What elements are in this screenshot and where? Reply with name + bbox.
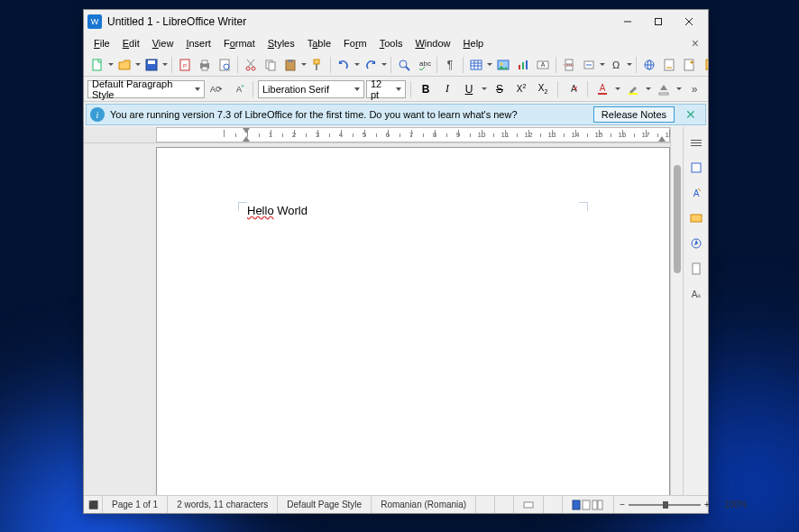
insert-field-dropdown[interactable] <box>599 55 606 75</box>
paragraph-style-combo[interactable]: Default Paragraph Style <box>87 80 205 98</box>
save-button[interactable] <box>142 55 161 75</box>
sidebar-navigator-icon[interactable] <box>686 234 706 253</box>
insert-image-button[interactable] <box>493 55 513 75</box>
open-dropdown[interactable] <box>134 55 142 75</box>
find-replace-button[interactable] <box>394 55 414 75</box>
sidebar-inspector-icon[interactable]: Aₐ <box>686 284 706 304</box>
page-break-button[interactable] <box>559 55 579 75</box>
bold-button[interactable]: B <box>416 79 436 99</box>
copy-button[interactable] <box>261 55 280 75</box>
menu-insert[interactable]: Insert <box>179 36 217 50</box>
font-size-combo[interactable]: 12 pt <box>366 80 406 98</box>
sidebar-page-icon[interactable] <box>686 259 706 279</box>
menu-edit[interactable]: Edit <box>116 36 146 50</box>
selection-mode[interactable] <box>495 496 514 513</box>
document-viewport[interactable]: Hello World <box>84 143 670 495</box>
view-layout[interactable] <box>563 496 614 513</box>
new-button[interactable] <box>87 55 107 75</box>
clone-formatting-button[interactable] <box>308 55 327 75</box>
italic-button[interactable]: I <box>437 79 457 99</box>
save-status-icon[interactable]: ⬛ <box>84 496 103 513</box>
paste-dropdown[interactable] <box>300 55 308 75</box>
sidebar-properties-icon[interactable] <box>686 158 706 178</box>
new-dropdown[interactable] <box>107 55 115 75</box>
spellcheck-button[interactable]: abc <box>414 55 434 75</box>
menu-table[interactable]: Table <box>301 36 337 50</box>
open-button[interactable] <box>115 55 134 75</box>
page-style[interactable]: Default Page Style <box>278 496 372 513</box>
cut-button[interactable] <box>241 55 261 75</box>
vertical-scrollbar[interactable] <box>670 127 683 495</box>
minimize-button[interactable] <box>612 12 643 32</box>
insert-chart-button[interactable] <box>513 55 533 75</box>
horizontal-ruler[interactable]: 123456789101112131415161718 <box>84 127 670 143</box>
formatting-marks-button[interactable]: ¶ <box>440 55 460 75</box>
document-text[interactable]: Hello World <box>247 204 308 218</box>
sidebar-gallery-icon[interactable] <box>686 208 706 228</box>
underline-dropdown[interactable] <box>481 79 488 99</box>
char-bg-dropdown[interactable] <box>675 79 683 99</box>
subscript-button[interactable]: X2 <box>533 79 553 99</box>
highlight-dropdown[interactable] <box>645 79 652 99</box>
zoom-out-button[interactable]: − <box>620 500 625 509</box>
special-char-button[interactable]: Ω <box>606 55 626 75</box>
insert-textbox-button[interactable]: A <box>533 55 553 75</box>
menu-help[interactable]: Help <box>457 36 491 50</box>
svg-line-16 <box>248 60 254 67</box>
save-dropdown[interactable] <box>161 55 169 75</box>
page-count[interactable]: Page 1 of 1 <box>103 496 168 513</box>
close-button[interactable] <box>674 12 704 32</box>
signature[interactable] <box>514 496 544 513</box>
menu-file[interactable]: File <box>87 36 116 50</box>
insert-mode[interactable] <box>476 496 495 513</box>
menu-format[interactable]: Format <box>217 36 262 50</box>
menu-window[interactable]: Window <box>409 36 456 50</box>
new-style-button[interactable]: A+ <box>228 79 248 99</box>
superscript-button[interactable]: X2 <box>511 79 531 99</box>
update-style-button[interactable]: A⟳ <box>207 79 226 99</box>
font-color-dropdown[interactable] <box>614 79 621 99</box>
close-document-button[interactable]: × <box>686 36 704 50</box>
menu-tools[interactable]: Tools <box>373 36 409 50</box>
release-notes-button[interactable]: Release Notes <box>593 106 675 123</box>
char-bg-button[interactable] <box>654 79 674 99</box>
word-count[interactable]: 2 words, 11 characters <box>168 496 278 513</box>
redo-button[interactable] <box>361 55 381 75</box>
special-char-dropdown[interactable] <box>626 55 633 75</box>
underline-button[interactable]: U <box>459 79 479 99</box>
insert-table-button[interactable] <box>466 55 486 75</box>
notification-close-button[interactable]: ✕ <box>680 107 702 122</box>
maximize-button[interactable] <box>643 12 674 32</box>
font-color-button[interactable]: A <box>592 79 612 99</box>
print-preview-button[interactable] <box>215 55 234 75</box>
zoom-in-button[interactable]: + <box>704 500 710 509</box>
insert-table-dropdown[interactable] <box>486 55 493 75</box>
export-pdf-button[interactable]: P <box>175 55 195 75</box>
sidebar-menu-icon[interactable] <box>686 133 706 152</box>
language[interactable]: Romanian (Romania) <box>372 496 476 513</box>
footnote-button[interactable] <box>659 55 679 75</box>
paste-button[interactable] <box>280 55 300 75</box>
font-name-combo[interactable]: Liberation Serif <box>258 80 364 98</box>
undo-dropdown[interactable] <box>354 55 361 75</box>
menu-view[interactable]: View <box>146 36 180 50</box>
print-button[interactable] <box>195 55 215 75</box>
hyperlink-button[interactable] <box>639 55 659 75</box>
menu-styles[interactable]: Styles <box>262 36 301 50</box>
more-fmt-button[interactable]: » <box>684 79 704 99</box>
redo-dropdown[interactable] <box>381 55 388 75</box>
scroll-thumb[interactable] <box>674 165 681 273</box>
page[interactable]: Hello World <box>156 147 670 495</box>
highlight-button[interactable] <box>623 79 643 99</box>
bookmark-button[interactable] <box>699 55 708 75</box>
clear-formatting-button[interactable]: A <box>563 79 583 99</box>
insert-field-button[interactable] <box>579 55 599 75</box>
strike-button[interactable]: S <box>490 79 510 99</box>
svg-rect-19 <box>269 62 275 70</box>
sidebar-styles-icon[interactable]: A <box>686 183 706 203</box>
zoom-level[interactable]: 100% <box>715 496 757 513</box>
zoom-slider[interactable]: − + <box>614 500 715 509</box>
undo-button[interactable] <box>334 55 354 75</box>
menu-form[interactable]: Form <box>337 36 373 50</box>
endnote-button[interactable] <box>679 55 699 75</box>
